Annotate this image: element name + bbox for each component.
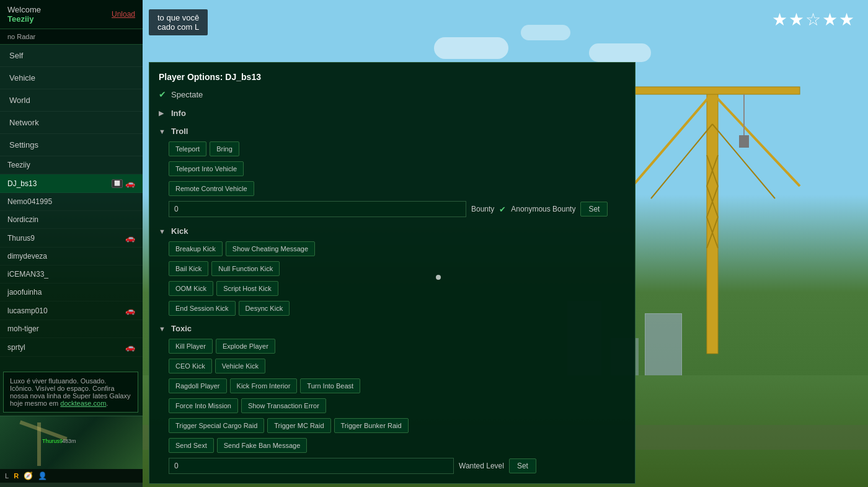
remote-control-vehicle-button[interactable]: Remote Control Vehicle: [169, 181, 254, 196]
player-icon-car: 🚗: [125, 179, 135, 188]
nav-self[interactable]: Self: [0, 45, 143, 67]
null-function-kick-button[interactable]: Null Function Kick: [211, 261, 280, 276]
toxic-buttons-row5: Trigger Special Cargo Raid Trigger MC Ra…: [159, 418, 626, 433]
player-item-thurus9[interactable]: Thurus9 🚗: [0, 229, 143, 248]
player-name: Teeziiy: [7, 161, 30, 169]
cloud-3: [589, 43, 651, 62]
player-item-dimydeveza[interactable]: dimydeveza: [0, 248, 143, 266]
panel-title: Player Options: DJ_bs13: [159, 72, 626, 82]
minimap-person-icon: 👤: [38, 471, 47, 480]
teleport-button[interactable]: Teleport: [169, 141, 206, 156]
end-session-kick-button[interactable]: End Session Kick: [169, 301, 236, 316]
bring-button[interactable]: Bring: [210, 141, 239, 156]
player-name: moh-tiger: [7, 324, 39, 333]
kick-buttons-row2: Bail Kick Null Function Kick: [159, 261, 626, 276]
nav-vehicle[interactable]: Vehicle: [0, 67, 143, 89]
ragdoll-player-button[interactable]: Ragdoll Player: [169, 378, 227, 393]
send-sext-button[interactable]: Send Sext: [169, 438, 214, 453]
teleport-into-vehicle-button[interactable]: Teleport Into Vehicle: [169, 161, 244, 176]
toxic-label: Toxic: [171, 324, 192, 333]
unload-button[interactable]: Unload: [112, 10, 135, 19]
player-name: Nordiczin: [7, 215, 38, 224]
oom-kick-button[interactable]: OOM Kick: [169, 281, 213, 296]
explode-player-button[interactable]: Explode Player: [216, 339, 275, 354]
player-item-nemo[interactable]: Nemo041995: [0, 193, 143, 211]
toxic-buttons-row4: Force Into Mission Show Transaction Erro…: [159, 398, 626, 413]
info-arrow-icon: ▶: [159, 109, 167, 117]
toxic-arrow-icon: ▼: [159, 325, 167, 333]
player-icon-car: 🚗: [125, 342, 135, 352]
ceo-kick-button[interactable]: CEO Kick: [169, 359, 212, 373]
set-wanted-button[interactable]: Set: [509, 458, 536, 473]
toxic-section-header[interactable]: ▼ Toxic: [159, 321, 626, 336]
troll-section-header[interactable]: ▼ Troll: [159, 123, 626, 139]
minimap-player-label: Thurus9: [42, 438, 63, 444]
vehicle-kick-button[interactable]: Vehicle Kick: [215, 359, 265, 373]
player-icon-car: 🚗: [125, 306, 135, 315]
bounty-row: Bounty ✔ Anonymous Bounty Set: [159, 201, 626, 217]
kick-buttons-row3: OOM Kick Script Host Kick: [159, 281, 626, 296]
anonymous-bounty-label: Anonymous Bounty: [511, 205, 575, 213]
bounty-label: Bounty: [471, 205, 494, 213]
player-item-nordiczin[interactable]: Nordiczin: [0, 211, 143, 229]
force-into-mission-button[interactable]: Force Into Mission: [169, 398, 238, 413]
player-item-jaoofuinha[interactable]: jaoofuinha: [0, 284, 143, 302]
minimap-map: Thurus9 483m: [0, 416, 143, 469]
set-bounty-button[interactable]: Set: [580, 202, 608, 217]
wanted-input[interactable]: [169, 458, 454, 474]
player-item-sprtyl[interactable]: sprtyl 🚗: [0, 338, 143, 357]
player-item-iceman[interactable]: iCEMAN33_: [0, 266, 143, 284]
crane-svg: [620, 62, 818, 372]
troll-buttons-row3: Remote Control Vehicle: [159, 181, 626, 196]
toxic-buttons-row3: Ragdoll Player Kick From Interior Turn I…: [159, 378, 626, 393]
teleports-section-header[interactable]: Teleports: [159, 480, 626, 484]
player-icons: 🚗: [125, 306, 135, 315]
kick-label: Kick: [171, 226, 188, 236]
info-section-header[interactable]: ▶ Info: [159, 105, 626, 121]
wanted-row: Wanted Level Set: [159, 458, 626, 474]
show-transaction-error-button[interactable]: Show Transaction Error: [241, 398, 326, 413]
send-fake-ban-message-button[interactable]: Send Fake Ban Message: [217, 438, 308, 453]
player-name: dimydeveza: [7, 252, 47, 261]
breakup-kick-button[interactable]: Breakup Kick: [169, 241, 223, 256]
script-host-kick-button[interactable]: Script Host Kick: [216, 281, 278, 296]
rating-stars: ★★☆★★: [772, 9, 856, 30]
spectate-label[interactable]: Spectate: [171, 90, 203, 99]
chat-tooltip-link[interactable]: docktease.com: [60, 400, 106, 407]
bounty-input[interactable]: [169, 201, 466, 217]
player-icons: ⬜ 🚗: [112, 179, 135, 188]
cloud-2: [521, 25, 570, 40]
player-icons: 🚗: [125, 342, 135, 352]
trigger-special-cargo-raid-button[interactable]: Trigger Special Cargo Raid: [169, 418, 264, 433]
player-item-teeziiy[interactable]: Teeziiy: [0, 156, 143, 174]
notification-overlay: to que você cado com L: [149, 9, 208, 35]
svg-rect-5: [632, 87, 800, 94]
desync-kick-button[interactable]: Desync Kick: [239, 301, 290, 316]
player-item-moh-tiger[interactable]: moh-tiger: [0, 320, 143, 338]
nav-network[interactable]: Network: [0, 112, 143, 134]
sidebar-header-left: Welcome Teeziiy: [7, 5, 41, 24]
troll-label: Troll: [171, 127, 188, 136]
welcome-label: Welcome: [7, 5, 41, 14]
player-item-dj-bs13[interactable]: DJ_bs13 ⬜ 🚗: [0, 174, 143, 193]
player-item-lucasmp010[interactable]: lucasmp010 🚗: [0, 302, 143, 320]
nav-settings[interactable]: Settings: [0, 134, 143, 156]
nav-world[interactable]: World: [0, 89, 143, 112]
show-cheating-message-button[interactable]: Show Cheating Message: [226, 241, 315, 256]
player-name: lucasmp010: [7, 306, 48, 315]
kill-player-button[interactable]: Kill Player: [169, 339, 213, 354]
toxic-buttons-row1: Kill Player Explode Player: [159, 339, 626, 354]
player-name: DJ_bs13: [7, 179, 37, 188]
minimap-l-label: L: [5, 472, 9, 480]
troll-buttons-row1: Teleport Bring: [159, 141, 626, 156]
bail-kick-button[interactable]: Bail Kick: [169, 261, 208, 276]
kick-from-interior-button[interactable]: Kick From Interior: [230, 378, 298, 393]
turn-into-beast-button[interactable]: Turn Into Beast: [300, 378, 360, 393]
sidebar-header: Welcome Teeziiy Unload: [0, 0, 143, 29]
sidebar-username: Teeziiy: [7, 14, 41, 24]
main-panel: Player Options: DJ_bs13 ✔ Spectate ▶ Inf…: [149, 62, 636, 484]
kick-section-header[interactable]: ▼ Kick: [159, 223, 626, 239]
trigger-mc-raid-button[interactable]: Trigger MC Raid: [267, 418, 330, 433]
trigger-bunker-raid-button[interactable]: Trigger Bunker Raid: [334, 418, 409, 433]
minimap-compass-icon: 🧭: [24, 471, 33, 480]
